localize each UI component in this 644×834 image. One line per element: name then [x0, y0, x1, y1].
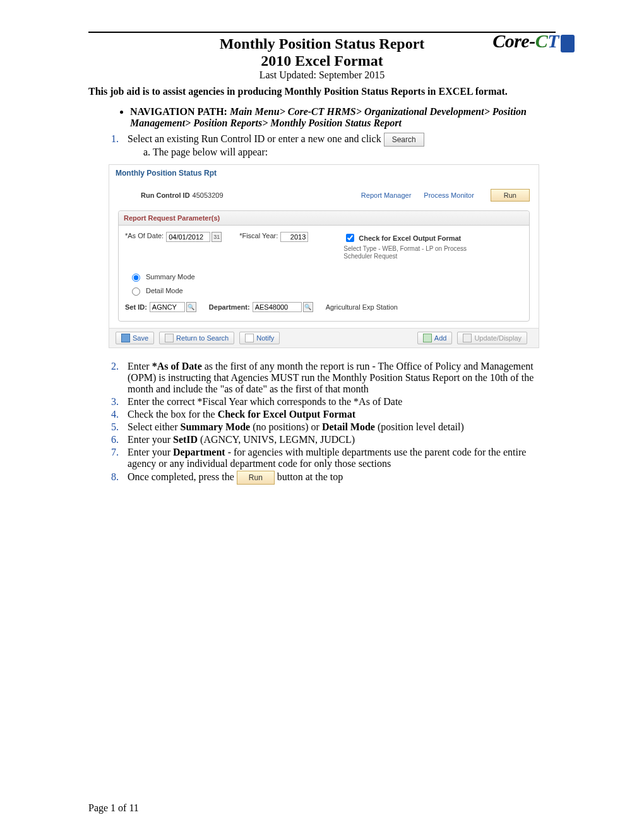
header-rule	[88, 32, 556, 33]
return-to-search-button[interactable]: Return to Search	[159, 332, 234, 344]
navigation-path: NAVIGATION PATH: Main Menu> Core-CT HRMS…	[130, 106, 556, 129]
run-button-inline[interactable]: Run	[237, 471, 275, 485]
excel-hint: Select Type - WEB, Format - LP on Proces…	[343, 245, 482, 260]
department-input[interactable]	[253, 302, 302, 312]
calendar-icon[interactable]: 31	[212, 232, 222, 242]
save-button[interactable]: Save	[116, 332, 154, 344]
summary-mode-label: Summary Mode	[146, 273, 195, 281]
add-icon	[423, 334, 432, 342]
step-1-text: Select an existing Run Control ID or ent…	[128, 133, 384, 144]
update-icon	[463, 334, 472, 342]
step-8: Once completed, press the Run button at …	[121, 471, 556, 485]
asof-date-input[interactable]	[166, 232, 210, 242]
fiscal-year-label: *Fiscal Year:	[239, 232, 278, 239]
step-1: Select an existing Run Control ID or ent…	[121, 133, 556, 158]
logo-shape-icon	[561, 35, 575, 52]
step-3: Enter the correct *Fiscal Year which cor…	[121, 396, 556, 408]
fiscal-year-input[interactable]	[280, 232, 308, 242]
page-title: Monthly Position Status Report	[88, 35, 556, 52]
excel-output-checkbox[interactable]	[346, 234, 354, 242]
logo-text-c: C	[535, 30, 548, 51]
run-control-value: 45053209	[193, 191, 224, 199]
page-number: Page 1 of 11	[88, 802, 139, 814]
page-subtitle: 2010 Excel Format	[88, 52, 556, 70]
last-updated: Last Updated: September 2015	[88, 70, 556, 81]
step-2: Enter *As of Date as the first of any mo…	[121, 361, 556, 395]
department-lookup-icon[interactable]: 🔍	[303, 302, 313, 312]
save-icon	[121, 334, 130, 342]
app-tab[interactable]: Monthly Position Status Rpt	[109, 165, 539, 180]
group-header: Report Request Parameter(s)	[119, 211, 529, 226]
step-4: Check the box for the Check for Excel Ou…	[121, 409, 556, 420]
setid-lookup-icon[interactable]: 🔍	[186, 302, 196, 312]
step-5: Select either Summary Mode (no positions…	[121, 421, 556, 433]
detail-mode-radio[interactable]	[132, 287, 140, 296]
step-6: Enter your SetID (AGNCY, UNIVS, LEGMN, J…	[121, 434, 556, 445]
run-control-label: Run Control ID	[141, 191, 190, 199]
asof-label: *As Of Date:	[125, 232, 164, 239]
logo-text-t: T	[547, 30, 559, 51]
app-footer-bar: Save Return to Search Notify Add Update/…	[109, 328, 539, 348]
setid-input[interactable]	[150, 302, 185, 312]
return-icon	[165, 334, 174, 342]
update-display-button[interactable]: Update/Display	[457, 332, 527, 344]
detail-mode-label: Detail Mode	[146, 287, 183, 294]
setid-label: Set ID:	[125, 303, 147, 311]
notify-icon	[245, 334, 254, 342]
run-button[interactable]: Run	[491, 189, 530, 202]
excel-output-label: Check for Excel Output Format	[359, 234, 461, 242]
nav-label: NAVIGATION PATH:	[130, 106, 230, 117]
department-description: Agricultural Exp Station	[326, 303, 398, 311]
department-label: Department:	[209, 303, 250, 311]
process-monitor-link[interactable]: Process Monitor	[424, 191, 474, 199]
intro-text: This job aid is to assist agencies in pr…	[88, 86, 556, 97]
report-manager-link[interactable]: Report Manager	[361, 191, 412, 199]
step-1a: The page below will appear:	[153, 147, 556, 158]
app-window: Monthly Position Status Rpt Run Control …	[109, 164, 539, 348]
logo-text-core: Core-	[492, 30, 535, 51]
notify-button[interactable]: Notify	[239, 332, 280, 344]
step-7: Enter your Department - for agencies wit…	[121, 447, 556, 469]
summary-mode-radio[interactable]	[132, 274, 140, 282]
search-button[interactable]: Search	[384, 133, 424, 147]
add-button[interactable]: Add	[417, 332, 453, 344]
report-parameters-group: Report Request Parameter(s) *As Of Date:…	[118, 210, 530, 322]
core-ct-logo: Core-CT	[492, 30, 575, 54]
